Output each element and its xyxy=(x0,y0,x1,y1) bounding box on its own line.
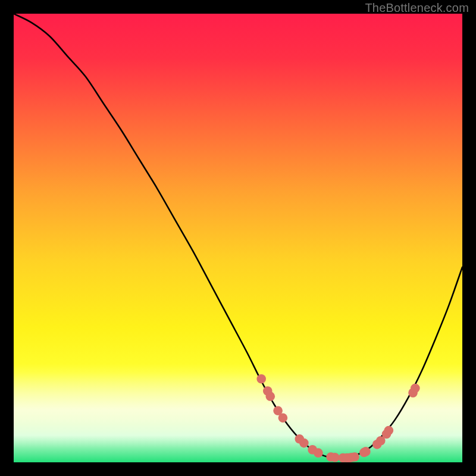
bottleneck-chart xyxy=(14,14,462,462)
highlight-band xyxy=(14,364,462,449)
chart-frame xyxy=(14,14,462,462)
watermark-text: TheBottleneck.com xyxy=(365,1,469,15)
marker-dot xyxy=(299,439,309,448)
marker-dot xyxy=(361,447,371,456)
marker-dot xyxy=(350,452,359,462)
marker-dot xyxy=(330,453,340,462)
marker-dot xyxy=(314,448,323,458)
marker-dot xyxy=(265,392,275,401)
marker-dot xyxy=(384,426,394,436)
marker-dot xyxy=(278,414,288,423)
marker-dot xyxy=(256,374,266,384)
marker-dot xyxy=(411,384,420,393)
